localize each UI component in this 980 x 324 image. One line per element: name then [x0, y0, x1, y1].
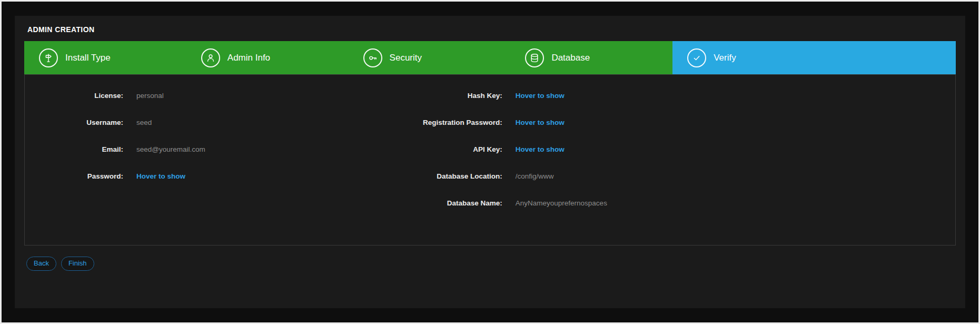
field-value: personal [136, 92, 164, 100]
summary-content: License:personalUsername:seedEmail:seed@… [24, 74, 956, 246]
key-icon [363, 48, 382, 67]
page-title: ADMIN CREATION [24, 23, 956, 41]
step-label: Database [551, 53, 590, 63]
hover-to-show-link[interactable]: Hover to show [516, 145, 565, 153]
signpost-icon [39, 48, 58, 67]
summary-row: Password:Hover to show [25, 172, 369, 199]
field-label: Password: [25, 172, 123, 180]
app-window: ADMIN CREATION Install TypeAdmin InfoSec… [0, 0, 980, 324]
field-label: Database Location: [369, 172, 502, 180]
field-label: Database Name: [369, 199, 502, 207]
step-admin-info[interactable]: Admin Info [186, 41, 349, 74]
hover-to-show-link[interactable]: Hover to show [516, 92, 565, 100]
finish-button[interactable]: Finish [61, 257, 94, 271]
step-database[interactable]: Database [510, 41, 672, 74]
summary-row: Email:seed@youremail.com [25, 145, 369, 172]
step-label: Install Type [65, 53, 111, 63]
step-label: Verify [714, 53, 736, 63]
field-label: Registration Password: [369, 119, 502, 126]
field-label: API Key: [369, 145, 502, 153]
field-value: AnyNameyouprefernospaces [516, 199, 607, 207]
database-icon [525, 48, 544, 67]
field-label: Username: [25, 119, 123, 126]
field-value: seed@youremail.com [136, 145, 205, 153]
back-button[interactable]: Back [26, 257, 56, 271]
step-label: Admin Info [227, 53, 270, 63]
summary-row: Username:seed [25, 119, 369, 145]
check-icon [687, 48, 706, 67]
field-value: seed [136, 119, 152, 126]
summary-row: License:personal [25, 92, 369, 119]
summary-right-column: Hash Key:Hover to showRegistration Passw… [369, 92, 955, 226]
user-icon [201, 48, 220, 67]
field-label: License: [25, 92, 123, 100]
field-label: Hash Key: [369, 92, 502, 100]
summary-row: Hash Key:Hover to show [369, 92, 955, 119]
field-value: /config/www [516, 172, 554, 180]
admin-creation-panel: ADMIN CREATION Install TypeAdmin InfoSec… [15, 16, 965, 308]
summary-row: Database Name:AnyNameyouprefernospaces [369, 199, 955, 226]
footer-actions: Back Finish [24, 257, 956, 271]
summary-left-column: License:personalUsername:seedEmail:seed@… [25, 92, 369, 199]
summary-row: Registration Password:Hover to show [369, 119, 955, 145]
step-verify[interactable]: Verify [672, 41, 956, 74]
step-security[interactable]: Security [349, 41, 511, 74]
summary-row: Database Location:/config/www [369, 172, 955, 199]
summary-row: API Key:Hover to show [369, 145, 955, 172]
hover-to-show-link[interactable]: Hover to show [516, 119, 565, 126]
step-install-type[interactable]: Install Type [24, 41, 186, 74]
hover-to-show-link[interactable]: Hover to show [136, 172, 185, 180]
wizard-stepper: Install TypeAdmin InfoSecurityDatabaseVe… [24, 41, 956, 74]
field-label: Email: [25, 145, 123, 153]
step-label: Security [390, 53, 422, 63]
